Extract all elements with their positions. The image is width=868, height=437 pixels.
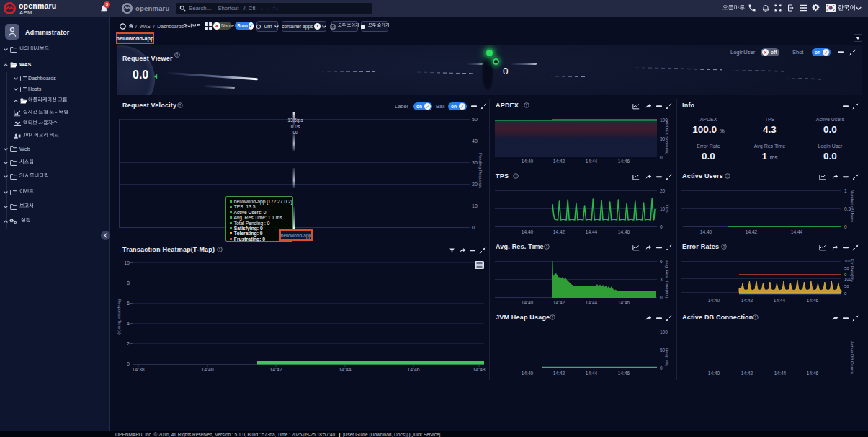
svg-text:14:44: 14:44 <box>791 229 803 234</box>
svg-text:14:42: 14:42 <box>553 159 565 164</box>
svg-text:0u: 0u <box>292 130 298 135</box>
svg-text:14:46: 14:46 <box>807 371 819 376</box>
svg-text:0: 0 <box>660 224 663 229</box>
svg-text:0: 0 <box>660 295 663 300</box>
svg-text:14:44: 14:44 <box>774 298 786 303</box>
svg-text:8: 8 <box>127 281 130 286</box>
svg-text:14:46: 14:46 <box>407 367 420 372</box>
svg-text:0: 0 <box>472 225 475 230</box>
svg-text:6: 6 <box>660 259 663 264</box>
svg-text:14:40: 14:40 <box>522 229 534 234</box>
svg-text:14:42: 14:42 <box>746 229 758 234</box>
svg-text:13.5tps: 13.5tps <box>287 118 303 123</box>
svg-text:14:42: 14:42 <box>553 229 565 234</box>
svg-text:14:40: 14:40 <box>522 159 534 164</box>
svg-text:0: 0 <box>660 366 663 371</box>
svg-text:14:40: 14:40 <box>522 300 534 305</box>
svg-text:14:42: 14:42 <box>269 367 282 372</box>
svg-text:14:46: 14:46 <box>618 159 630 164</box>
svg-text:50: 50 <box>844 266 849 270</box>
svg-text:0: 0 <box>844 291 846 296</box>
svg-text:14:40: 14:40 <box>522 371 534 376</box>
svg-text:14:46: 14:46 <box>618 229 630 234</box>
svg-text:14:44: 14:44 <box>586 229 598 234</box>
svg-text:14:44: 14:44 <box>586 159 598 164</box>
svg-text:0: 0 <box>660 155 663 160</box>
svg-text:14:46: 14:46 <box>618 300 630 305</box>
svg-text:14:44: 14:44 <box>586 300 598 305</box>
svg-text:1: 1 <box>844 188 847 193</box>
svg-text:10: 10 <box>124 260 130 265</box>
svg-text:14:40: 14:40 <box>700 229 712 234</box>
svg-text:100: 100 <box>660 330 668 335</box>
svg-text:14:48: 14:48 <box>473 367 486 372</box>
svg-text:50: 50 <box>472 117 478 122</box>
svg-text:14:38: 14:38 <box>132 367 145 372</box>
svg-text:14:40: 14:40 <box>708 298 720 303</box>
svg-text:40: 40 <box>472 138 478 144</box>
svg-text:4: 4 <box>127 321 130 326</box>
svg-text:0: 0 <box>844 224 847 229</box>
svg-text:14:46: 14:46 <box>618 371 630 376</box>
svg-text:14:42: 14:42 <box>553 300 565 305</box>
svg-text:14:40: 14:40 <box>201 367 214 372</box>
svg-text:14:42: 14:42 <box>741 298 753 303</box>
svg-text:14:40: 14:40 <box>708 371 720 376</box>
svg-text:20: 20 <box>472 182 478 187</box>
svg-text:2: 2 <box>127 341 130 346</box>
svg-text:0.0s: 0.0s <box>291 124 300 129</box>
svg-text:3: 3 <box>660 277 663 282</box>
svg-text:14:42: 14:42 <box>741 371 753 376</box>
svg-text:14:42: 14:42 <box>553 371 565 376</box>
svg-text:14:44: 14:44 <box>339 367 352 372</box>
svg-text:20: 20 <box>660 188 666 193</box>
svg-text:14:44: 14:44 <box>774 371 787 376</box>
svg-text:14:44: 14:44 <box>586 371 598 376</box>
svg-text:30: 30 <box>472 160 478 165</box>
svg-text:0: 0 <box>127 361 130 366</box>
svg-text:10: 10 <box>472 203 478 208</box>
svg-text:6: 6 <box>127 301 130 306</box>
svg-text:14:46: 14:46 <box>807 298 819 303</box>
svg-text:50: 50 <box>844 284 849 288</box>
